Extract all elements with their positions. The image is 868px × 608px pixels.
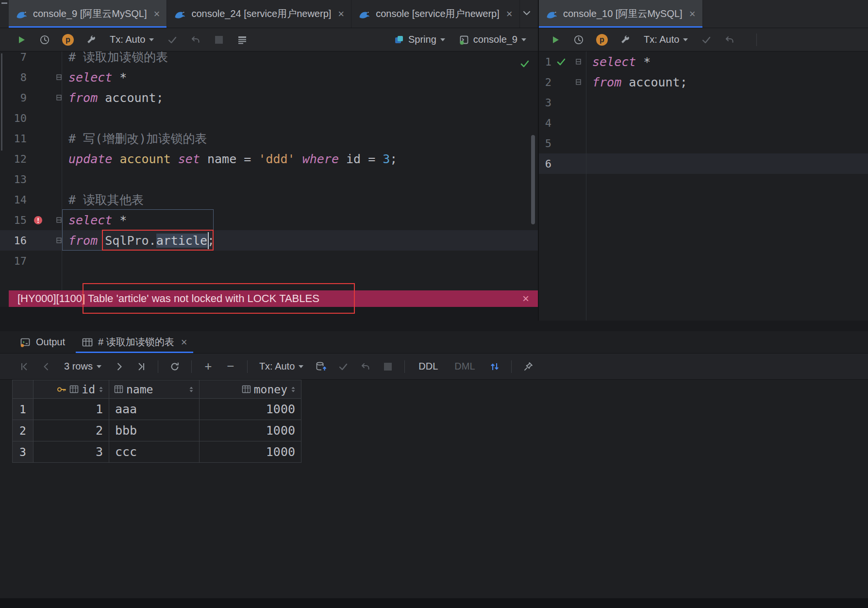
cell-name[interactable]: bbb <box>109 420 200 441</box>
code-line[interactable]: 13 <box>0 169 538 189</box>
rollback-icon[interactable] <box>356 358 375 375</box>
commit-check-icon[interactable] <box>334 358 353 375</box>
editor-left[interactable]: 7# 读取加读锁的表8select *9from account;1011# 写… <box>0 51 538 290</box>
tab-result[interactable]: # 读取加读锁的表× <box>76 331 193 353</box>
code-line[interactable]: 5 <box>539 133 868 153</box>
last-page-icon[interactable] <box>132 358 151 375</box>
commit-check-icon[interactable] <box>163 31 182 49</box>
code-line[interactable]: 7# 读取加读锁的表 <box>0 51 538 67</box>
result-grid-body: 11aaa100022bbb100033ccc1000 <box>13 399 301 463</box>
table-row[interactable]: 33ccc1000 <box>13 441 301 463</box>
fold-icon[interactable] <box>56 217 62 223</box>
sort-icon[interactable] <box>290 386 296 393</box>
profiler-icon[interactable]: p <box>58 31 78 49</box>
code-line[interactable]: 2from account; <box>539 72 868 92</box>
first-page-icon[interactable] <box>15 358 34 375</box>
table-row[interactable]: 11aaa1000 <box>13 399 301 420</box>
code-line[interactable]: 10 <box>0 108 538 128</box>
chevron-down-icon[interactable] <box>521 8 532 20</box>
wrench-icon[interactable] <box>82 31 101 49</box>
left-editor-pane: console_9 [阿里云MySQL]×console_24 [service… <box>0 0 538 321</box>
profiler-icon[interactable]: p <box>592 31 612 49</box>
code-line[interactable]: 14# 读取其他表 <box>0 189 538 210</box>
tx-mode-dropdown[interactable]: Tx: Auto <box>639 31 693 49</box>
clock-icon[interactable] <box>569 31 588 49</box>
code-line[interactable]: 6 <box>539 153 868 174</box>
rollback-icon[interactable] <box>720 31 739 49</box>
close-icon[interactable]: × <box>506 9 513 19</box>
tx-mode-dropdown[interactable]: Tx: Auto <box>254 358 308 375</box>
code-line[interactable]: 15select * <box>0 210 538 230</box>
editor-tab[interactable]: console_9 [阿里云MySQL]× <box>9 0 167 28</box>
code-line[interactable]: 3 <box>539 92 868 113</box>
fold-icon[interactable] <box>56 95 62 101</box>
stop-icon[interactable] <box>209 31 229 49</box>
code-line[interactable]: 1select * <box>539 51 868 72</box>
sort-icon[interactable] <box>98 386 104 393</box>
cell-money[interactable]: 1000 <box>200 420 301 441</box>
commit-check-icon[interactable] <box>697 31 716 49</box>
editor-tab[interactable]: console_10 [阿里云MySQL]× <box>539 0 703 28</box>
editor-tab[interactable]: console_24 [service用户newerp]× <box>167 0 351 28</box>
wrench-icon[interactable] <box>616 31 635 49</box>
gutter-mark <box>551 56 571 67</box>
close-icon[interactable]: × <box>338 9 344 19</box>
delete-row-icon[interactable]: − <box>221 359 240 374</box>
code-line[interactable]: 4 <box>539 113 868 133</box>
code-line[interactable]: 9from account; <box>0 87 538 108</box>
close-icon[interactable]: × <box>689 9 696 19</box>
code-line[interactable]: 11# 写(增删改)加读锁的表 <box>0 128 538 149</box>
column-header-id[interactable]: id <box>33 380 109 399</box>
editor-tab[interactable]: console [service用户newerp]× <box>351 0 519 28</box>
session-selector[interactable]: console_9 <box>454 31 531 49</box>
code-line[interactable]: 8select * <box>0 67 538 87</box>
close-icon[interactable]: × <box>522 293 529 304</box>
tab-output[interactable]: Output <box>14 331 71 353</box>
cell-money[interactable]: 1000 <box>200 441 301 463</box>
tx-mode-dropdown[interactable]: Tx: Auto <box>105 31 159 49</box>
stop-icon[interactable] <box>378 358 398 375</box>
ddl-button[interactable]: DDL <box>412 361 445 372</box>
cell-name[interactable]: ccc <box>109 441 200 463</box>
add-row-icon[interactable]: + <box>199 359 218 374</box>
column-header-money[interactable]: money <box>200 380 301 399</box>
cell-id[interactable]: 1 <box>33 399 109 420</box>
run-icon[interactable] <box>546 31 565 49</box>
fold-icon[interactable] <box>576 79 581 85</box>
pin-icon[interactable] <box>518 358 538 375</box>
fold-icon[interactable] <box>56 237 62 243</box>
sort-icon[interactable] <box>188 386 194 393</box>
page-size-dropdown[interactable]: 3 rows <box>59 358 106 375</box>
code-line[interactable]: 12update account set name = 'ddd' where … <box>0 149 538 169</box>
table-grid-icon <box>82 337 93 348</box>
run-icon[interactable] <box>12 31 31 49</box>
fold-icon[interactable] <box>56 74 62 80</box>
result-view-icon[interactable] <box>233 31 252 49</box>
refresh-icon[interactable] <box>165 358 184 375</box>
compare-icon[interactable] <box>485 358 504 375</box>
left-scrollbar[interactable] <box>1 53 2 151</box>
cell-name[interactable]: aaa <box>109 399 200 420</box>
code-line[interactable]: 17 <box>0 251 538 271</box>
chevron-down-icon <box>521 38 526 41</box>
fold-icon[interactable] <box>576 59 581 65</box>
cell-money[interactable]: 1000 <box>200 399 301 420</box>
dml-button[interactable]: DML <box>448 361 482 372</box>
submit-db-icon[interactable] <box>311 358 331 375</box>
close-icon[interactable]: × <box>181 337 187 348</box>
status-bar <box>0 598 868 608</box>
prev-page-icon[interactable] <box>37 358 56 375</box>
column-header-name[interactable]: name <box>109 380 200 399</box>
schema-selector[interactable]: Spring <box>389 31 450 49</box>
rollback-icon[interactable] <box>186 31 205 49</box>
cell-id[interactable]: 2 <box>33 420 109 441</box>
code-line[interactable]: 16from SqlPro.article; <box>0 230 538 251</box>
clock-icon[interactable] <box>35 31 54 49</box>
next-page-icon[interactable] <box>109 358 129 375</box>
result-toolbar: 3 rows + − Tx: Auto DDL DML <box>0 354 868 380</box>
table-row[interactable]: 22bbb1000 <box>13 420 301 441</box>
close-icon[interactable]: × <box>154 9 160 19</box>
editor-right[interactable]: 1select *2from account;3456 <box>539 51 868 321</box>
scrollbar-thumb[interactable] <box>531 135 535 224</box>
cell-id[interactable]: 3 <box>33 441 109 463</box>
